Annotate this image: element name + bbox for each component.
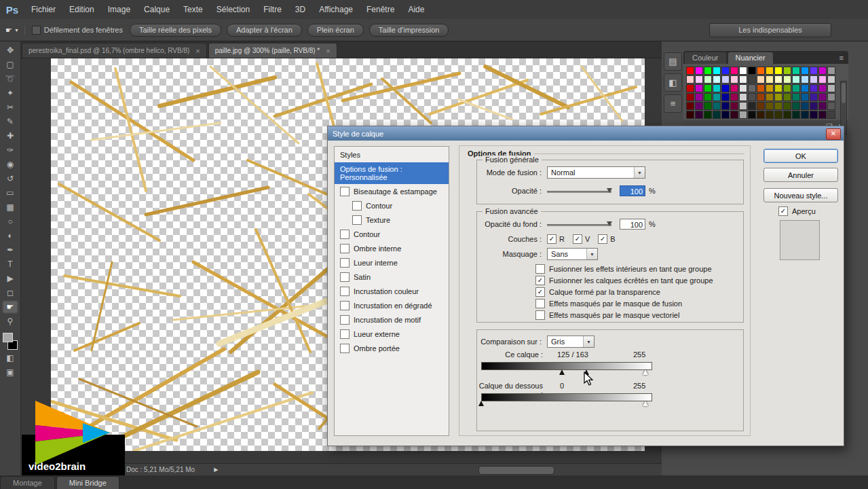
- color-swatch[interactable]: [801, 111, 809, 119]
- color-swatch[interactable]: [818, 75, 827, 84]
- color-swatch[interactable]: [827, 111, 835, 119]
- tool-preset-picker[interactable]: ☛ ▼: [5, 26, 25, 35]
- advanced-option-effets-masques-par-le-masque-de-fusion[interactable]: Effets masqués par le masque de fusion: [535, 299, 743, 308]
- menu-selection[interactable]: Sélection: [210, 0, 257, 19]
- style-item-incrustation-couleur[interactable]: Incrustation couleur: [335, 284, 449, 298]
- style-item-lueur-externe[interactable]: Lueur externe: [335, 327, 449, 341]
- color-swatch[interactable]: [792, 75, 800, 84]
- close-icon[interactable]: ×: [195, 47, 200, 55]
- checkbox-icon[interactable]: [340, 329, 350, 339]
- color-swatch[interactable]: [810, 67, 818, 75]
- options-button-adapter-a-l-ecran[interactable]: Adapter à l'écran: [227, 24, 302, 37]
- color-swatch[interactable]: [810, 111, 818, 119]
- styles-selected-item[interactable]: Options de fusion : Personnalisée: [335, 162, 449, 184]
- checkbox-icon[interactable]: ✓: [547, 234, 556, 244]
- color-swatch[interactable]: [730, 84, 738, 92]
- color-swatch[interactable]: [792, 93, 800, 101]
- color-swatch[interactable]: [748, 102, 756, 110]
- color-swatch[interactable]: [686, 102, 694, 110]
- new-style-button[interactable]: Nouveau style...: [763, 188, 838, 202]
- color-swatch[interactable]: [695, 75, 703, 84]
- color-swatch[interactable]: [766, 75, 774, 84]
- color-swatch[interactable]: [801, 67, 809, 75]
- menu-affichage[interactable]: Affichage: [312, 0, 360, 19]
- document-tab-perestroika-final-psd-16[interactable]: perestroika_final.psd @ 16,7% (ombre hel…: [22, 43, 207, 58]
- style-item-ombre-portee[interactable]: Ombre portée: [335, 341, 449, 355]
- slider-thumb-white-icon[interactable]: [643, 401, 648, 406]
- slider-thumb-black-icon[interactable]: [478, 401, 484, 406]
- tab-couleur[interactable]: Couleur: [685, 52, 726, 64]
- color-swatch[interactable]: [810, 93, 818, 101]
- menu-aide[interactable]: Aide: [401, 0, 431, 19]
- checkbox-icon[interactable]: ✓: [598, 234, 607, 244]
- checkbox-icon[interactable]: [340, 287, 350, 296]
- color-swatch[interactable]: [739, 84, 747, 92]
- color-swatch[interactable]: [704, 111, 712, 119]
- checkbox-icon[interactable]: [352, 215, 362, 225]
- color-swatch[interactable]: [704, 67, 712, 75]
- color-swatch[interactable]: [783, 93, 791, 101]
- color-swatch[interactable]: [766, 84, 774, 92]
- color-swatch[interactable]: [739, 93, 747, 101]
- blur-tool-icon[interactable]: ○: [2, 215, 18, 228]
- color-swatch[interactable]: [818, 67, 827, 75]
- brush-tool-icon[interactable]: ✑: [2, 143, 18, 157]
- history-brush-tool-icon[interactable]: ↺: [2, 172, 18, 185]
- color-swatch[interactable]: [810, 102, 818, 110]
- color-swatch[interactable]: [792, 67, 800, 75]
- tab-nuancier[interactable]: Nuancier: [728, 52, 773, 64]
- color-swatch[interactable]: [739, 75, 747, 84]
- style-item-ombre-interne[interactable]: Ombre interne: [335, 241, 449, 255]
- color-swatch[interactable]: [730, 102, 738, 110]
- color-swatch[interactable]: [757, 84, 765, 92]
- color-swatch[interactable]: [721, 67, 730, 75]
- color-swatch[interactable]: [695, 102, 703, 110]
- color-swatch[interactable]: [721, 93, 730, 101]
- dodge-tool-icon[interactable]: ◐: [2, 229, 18, 242]
- color-swatch[interactable]: [818, 84, 827, 92]
- opacity-slider-thumb[interactable]: [607, 188, 612, 193]
- color-swatch[interactable]: [713, 75, 721, 84]
- style-item-incrustation-de-motif[interactable]: Incrustation de motif: [335, 312, 449, 327]
- fill-opacity-slider[interactable]: [547, 220, 611, 229]
- color-swatch[interactable]: [774, 75, 782, 84]
- color-swatch[interactable]: [695, 84, 703, 92]
- color-swatch[interactable]: [766, 102, 774, 110]
- eraser-tool-icon[interactable]: ▭: [2, 186, 18, 200]
- color-swatch[interactable]: [721, 75, 730, 84]
- color-swatch[interactable]: [757, 93, 765, 101]
- color-swatch[interactable]: [730, 75, 738, 84]
- quick-selection-tool-icon[interactable]: ✦: [2, 86, 18, 100]
- pen-tool-icon[interactable]: ✒: [2, 243, 18, 257]
- gradient-tool-icon[interactable]: ▦: [2, 200, 18, 214]
- preview-checkbox[interactable]: ✓: [778, 206, 788, 216]
- horizontal-scrollbar[interactable]: [226, 464, 662, 475]
- color-swatch[interactable]: [739, 102, 747, 110]
- color-swatch[interactable]: [801, 93, 809, 101]
- color-swatch[interactable]: [695, 67, 703, 75]
- menu-filtre[interactable]: Filtre: [257, 0, 288, 19]
- color-swatch[interactable]: [801, 102, 809, 110]
- color-swatch[interactable]: [730, 111, 738, 119]
- clone-stamp-tool-icon[interactable]: ◉: [2, 158, 18, 171]
- checkbox-icon[interactable]: [340, 258, 350, 268]
- color-swatch[interactable]: [801, 75, 809, 84]
- opacity-slider[interactable]: [547, 187, 611, 196]
- checkbox-icon[interactable]: [340, 244, 350, 253]
- color-swatch[interactable]: [774, 102, 782, 110]
- color-swatch[interactable]: [827, 67, 835, 75]
- close-icon[interactable]: ×: [326, 47, 330, 55]
- menu-image[interactable]: Image: [101, 0, 137, 19]
- color-swatch[interactable]: [766, 67, 774, 75]
- color-swatch[interactable]: [730, 67, 738, 75]
- color-swatch[interactable]: [827, 75, 835, 84]
- color-swatch[interactable]: [730, 93, 738, 101]
- color-swatch[interactable]: [686, 67, 694, 75]
- color-swatch[interactable]: [695, 111, 703, 119]
- color-swatch[interactable]: [748, 84, 756, 92]
- foreground-color-chip[interactable]: [3, 333, 13, 342]
- swatch-scrollbar-thumb[interactable]: [842, 83, 846, 103]
- color-swatch[interactable]: [713, 67, 721, 75]
- color-swatch[interactable]: [783, 84, 791, 92]
- lasso-tool-icon[interactable]: ➰: [2, 72, 18, 86]
